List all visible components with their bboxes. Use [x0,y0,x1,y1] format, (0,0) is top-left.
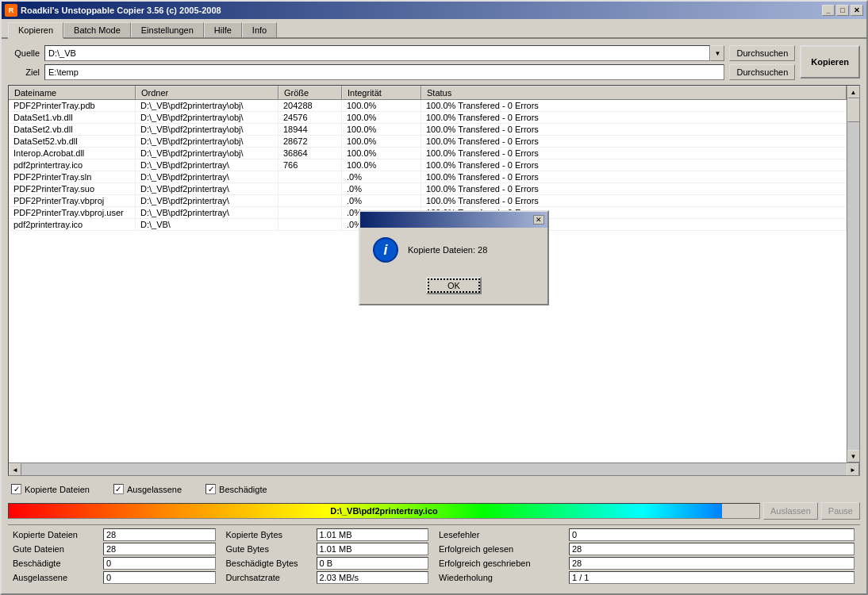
stat-row: Wiederholung 1 / 1 [439,571,855,584]
stat-value: 0 [569,528,855,541]
stat-row: Erfolgreich geschrieben 28 [439,557,855,570]
stat-label: Kopierte Dateien [13,530,100,539]
maximize-button[interactable]: □ [836,5,849,16]
scroll-down-arrow[interactable]: ▼ [847,450,860,463]
cell-ordner: D:\_VB\pdf2printertray\obj\ [136,136,278,147]
kopieren-button[interactable]: Kopieren [800,45,860,79]
tabbar: Kopieren Batch Mode Einstellungen Hilfe … [2,19,866,39]
app-icon: R [5,4,17,17]
auslassen-button[interactable]: Auslassen [763,502,818,520]
stat-row: Lesefehler 0 [439,528,855,541]
close-button[interactable]: ✕ [851,5,863,16]
stat-value: 2.03 MB/s [317,571,429,584]
dest-label: Ziel [8,67,40,77]
scrollbar-thumb[interactable] [847,98,860,122]
stat-label: Kopierte Bytes [226,530,313,539]
table-header: Dateiname Ordner Größe Integrität Status [9,86,847,100]
checkbox-kopierte: ✓ Kopierte Dateien [11,484,90,494]
cell-integritaet: .0% [342,195,421,206]
vertical-scrollbar[interactable]: ▲ ▼ [847,86,859,463]
scroll-left-arrow[interactable]: ◄ [9,463,21,476]
stat-label: Ausgelassene [13,573,100,582]
minimize-button[interactable]: _ [822,5,835,16]
cell-ordner: D:\_VB\pdf2printertray\obj\ [136,112,278,123]
cell-filename: DataSet52.vb.dll [9,136,136,147]
col-grosse: Größe [278,86,342,99]
tab-info[interactable]: Info [242,22,277,37]
scrollbar-track[interactable] [847,98,860,450]
stat-row: Beschädigte 0 [13,557,216,570]
tab-hilfe[interactable]: Hilfe [204,22,242,37]
table-row[interactable]: PDF2PrinterTray.pdb D:\_VB\pdf2printertr… [9,100,847,112]
stats-section: Kopierte Dateien 28 Gute Dateien 28 Besc… [8,524,860,587]
source-browse-button[interactable]: Durchsuchen [729,45,795,61]
stat-row: Kopierte Dateien 28 [13,528,216,541]
cell-status: 100.0% Transfered - 0 Errors [421,183,847,194]
cell-ordner: D:\_VB\pdf2printertray\ [136,159,278,171]
stat-row: Beschädigte Bytes 0 B [226,557,429,570]
dest-browse-button[interactable]: Durchsuchen [729,64,795,80]
cell-grosse [278,219,342,230]
tab-kopieren[interactable]: Kopieren [8,22,63,39]
cell-integritaet: 100.0% [342,159,421,171]
hscrollbar-track[interactable] [21,463,847,475]
source-dropdown-button[interactable]: ▼ [710,45,724,61]
modal-close-button[interactable]: ✕ [533,215,544,225]
table-row[interactable]: PDF2PrinterTray.sln D:\_VB\pdf2printertr… [9,171,847,183]
cell-filename: PDF2PrinterTray.sln [9,171,136,182]
cell-status: 100.0% Transfered - 0 Errors [421,171,847,182]
scroll-right-arrow[interactable]: ► [847,463,859,476]
table-row[interactable]: DataSet1.vb.dll D:\_VB\pdf2printertray\o… [9,112,847,124]
scroll-up-arrow[interactable]: ▲ [847,86,860,98]
stats-col3: Lesefehler 0 Erfolgreich gelesen 28 Erfo… [434,525,860,587]
cell-grosse: 766 [278,159,342,171]
stat-label: Erfolgreich gelesen [439,544,566,554]
cell-status: 100.0% Transfered - 0 Errors [421,100,847,111]
checkboxes-row: ✓ Kopierte Dateien ✓ Ausgelassene ✓ Besc… [8,481,860,497]
dest-input[interactable] [44,64,724,80]
horizontal-scrollbar[interactable]: ◄ ► [9,463,859,475]
cell-filename: Interop.Acrobat.dll [9,148,136,159]
stat-row: Erfolgreich gelesen 28 [439,543,855,555]
titlebar-buttons: _ □ ✕ [822,5,863,16]
modal-ok-button[interactable]: OK [426,277,482,294]
stat-value: 28 [103,543,216,555]
source-dest-fields: Quelle ▼ Durchsuchen Ziel Durchsuchen [8,45,795,80]
progress-bar: D:\_VB\pdf2printertray.ico [8,503,760,519]
cell-ordner: D:\_VB\ [136,219,278,230]
checkbox-ausgelassene-box[interactable]: ✓ [113,484,124,494]
col-ordner: Ordner [136,86,278,99]
dest-row: Ziel Durchsuchen [8,64,795,80]
tab-einstellungen[interactable]: Einstellungen [131,22,204,37]
table-row[interactable]: Interop.Acrobat.dll D:\_VB\pdf2printertr… [9,148,847,159]
stat-value: 0 [103,557,216,570]
checkbox-kopierte-box[interactable]: ✓ [11,484,21,494]
cell-filename: DataSet2.vb.dll [9,124,136,135]
cell-status: 100.0% Transfered - 0 Errors [421,112,847,123]
cell-grosse: 204288 [278,100,342,111]
table-row[interactable]: PDF2PrinterTray.vbproj D:\_VB\pdf2printe… [9,195,847,207]
checkbox-kopierte-label: Kopierte Dateien [25,485,90,494]
source-input[interactable] [44,45,710,61]
checkbox-beschaedigte-box[interactable]: ✓ [205,484,216,494]
table-row[interactable]: DataSet2.vb.dll D:\_VB\pdf2printertray\o… [9,124,847,136]
cell-filename: PDF2PrinterTray.vbproj [9,195,136,206]
stats-col2: Kopierte Bytes 1.01 MB Gute Bytes 1.01 M… [221,525,435,587]
stat-value: 0 [103,571,216,584]
table-row[interactable]: pdf2printertray.ico D:\_VB\pdf2printertr… [9,159,847,171]
stats-col1: Kopierte Dateien 28 Gute Dateien 28 Besc… [8,525,221,587]
stat-value: 0 B [317,557,429,570]
stat-value: 1 / 1 [569,571,855,584]
cell-grosse: 24576 [278,112,342,123]
table-row[interactable]: PDF2PrinterTray.suo D:\_VB\pdf2printertr… [9,183,847,195]
pause-button[interactable]: Pause [821,502,860,520]
cell-filename: PDF2PrinterTray.pdb [9,100,136,111]
stat-row: Gute Dateien 28 [13,543,216,555]
table-row[interactable]: DataSet52.vb.dll D:\_VB\pdf2printertray\… [9,136,847,148]
modal-info-icon: i [373,237,398,263]
cell-grosse: 28672 [278,136,342,147]
modal-dialog: ✕ i Kopierte Dateien: 28 OK [359,210,549,305]
tab-batch-mode[interactable]: Batch Mode [63,22,131,37]
stat-row: Ausgelassene 0 [13,571,216,584]
cell-integritaet: 100.0% [342,136,421,147]
